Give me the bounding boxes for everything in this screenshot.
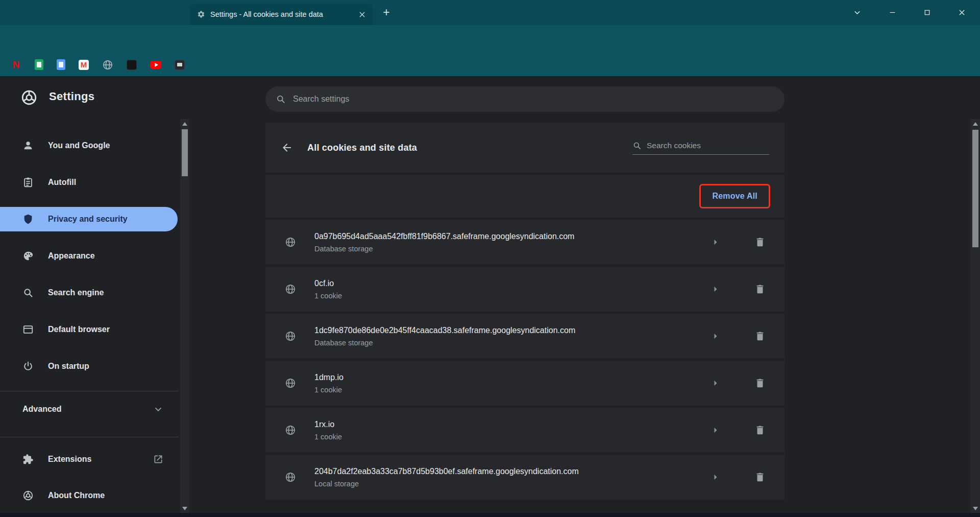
sidebar-item-label: Default browser: [48, 325, 110, 334]
site-name: 0a97b695d4ad5aaa542fbff81f9b6867.safefra…: [314, 232, 574, 241]
search-icon: [632, 141, 642, 150]
cookies-toolbar: All cookies and site data: [265, 123, 785, 173]
chevron-down-icon: [153, 404, 163, 414]
window-maximize-button[interactable]: [920, 5, 934, 19]
scrollbar-thumb[interactable]: [182, 129, 188, 176]
sidebar-main-items: You and Google Autofill Privacy and secu…: [0, 133, 179, 379]
delete-site-trash-icon[interactable]: [754, 331, 766, 342]
expand-row-chevron-icon[interactable]: [710, 331, 721, 341]
bookmark-web-globe[interactable]: [102, 59, 113, 70]
window-minimize-button[interactable]: [885, 5, 899, 19]
expand-row-chevron-icon[interactable]: [710, 284, 721, 294]
sidebar-item-default-browser[interactable]: Default browser: [0, 317, 178, 342]
expand-row-chevron-icon[interactable]: [710, 472, 721, 482]
search-icon: [22, 287, 34, 298]
bookmark-youtube[interactable]: [150, 61, 161, 69]
delete-site-trash-icon[interactable]: [754, 378, 766, 389]
cookie-site-row: 0a97b695d4ad5aaa542fbff81f9b6867.safefra…: [265, 220, 785, 265]
sidebar-item-label: Autofill: [48, 178, 76, 187]
browser-tab-settings[interactable]: Settings - All cookies and site data: [190, 4, 373, 25]
advanced-label: Advanced: [22, 405, 61, 414]
page-title: All cookies and site data: [307, 143, 417, 153]
scrollbar-down-arrow[interactable]: [180, 504, 189, 513]
window-close-button[interactable]: [954, 5, 969, 19]
expand-row-chevron-icon[interactable]: [710, 237, 721, 247]
tab-search-chevron-icon[interactable]: [850, 5, 864, 19]
sidebar-item-you-and-google[interactable]: You and Google: [0, 133, 178, 158]
delete-site-trash-icon[interactable]: [754, 425, 766, 436]
site-name: 0cf.io: [314, 279, 342, 288]
expand-row-chevron-icon[interactable]: [710, 378, 721, 388]
bookmarks-bar-items: NM: [0, 53, 980, 76]
site-storage-detail: Database storage: [314, 339, 575, 347]
globe-icon: [285, 472, 296, 483]
power-icon: [22, 361, 34, 372]
autofill-icon: [22, 177, 34, 188]
globe-icon: [285, 331, 296, 342]
settings-body: You and Google Autofill Privacy and secu…: [0, 119, 980, 513]
sidebar-item-label: On startup: [48, 362, 89, 371]
sidebar-divider: [0, 437, 179, 437]
bookmark-gmail[interactable]: M: [79, 60, 89, 70]
site-storage-detail: Local storage: [314, 480, 579, 488]
delete-site-trash-icon[interactable]: [754, 284, 766, 295]
remove-all-button[interactable]: Remove All: [702, 186, 768, 206]
sidebar-item-label: Privacy and security: [48, 215, 128, 224]
cookies-content: All cookies and site data Remove All 0a9…: [265, 123, 785, 500]
delete-site-trash-icon[interactable]: [754, 237, 766, 248]
sidebar-item-appearance[interactable]: Appearance: [0, 244, 178, 268]
expand-row-chevron-icon[interactable]: [710, 425, 721, 435]
person-icon: [22, 140, 34, 151]
delete-site-trash-icon[interactable]: [754, 472, 766, 483]
cookie-site-row: 204b7da2f2eab3a33ca7b87d5b93b0ef.safefra…: [265, 455, 785, 500]
sidebar-item-extensions[interactable]: Extensions: [0, 447, 178, 472]
settings-header: Settings: [0, 76, 980, 119]
window-bottom-edge: [0, 513, 980, 517]
new-tab-button[interactable]: +: [380, 6, 393, 19]
site-name: 1dc9fe870de86de0e2b45ff4caacad38.safefra…: [314, 326, 575, 335]
palette-icon: [22, 250, 34, 262]
scrollbar-down-arrow[interactable]: [970, 504, 980, 513]
external-link-icon: [153, 454, 163, 464]
sidebar-item-advanced[interactable]: Advanced: [0, 397, 179, 421]
bookmark-google-sheets[interactable]: [35, 59, 43, 70]
cookie-search-input[interactable]: [647, 141, 769, 150]
browser-icon: [22, 324, 34, 335]
site-storage-detail: 1 cookie: [314, 433, 342, 441]
browser-titlebar: Settings - All cookies and site data +: [0, 0, 980, 25]
cookie-site-row: 1dmp.io 1 cookie: [265, 361, 785, 406]
tab-close-icon[interactable]: [358, 10, 366, 19]
sidebar-item-privacy-and-security[interactable]: Privacy and security: [0, 207, 178, 231]
sidebar-item-about-chrome[interactable]: About Chrome: [0, 483, 178, 508]
remove-all-annotation-box: Remove All: [699, 184, 770, 208]
globe-icon: [285, 378, 296, 389]
cookie-site-row: 1rx.io 1 cookie: [265, 408, 785, 453]
sidebar-item-search-engine[interactable]: Search engine: [0, 280, 178, 305]
sidebar-item-label: Search engine: [48, 288, 104, 297]
sidebar-item-on-startup[interactable]: On startup: [0, 354, 178, 379]
site-name: 204b7da2f2eab3a33ca7b87d5b93b0ef.safefra…: [314, 467, 579, 476]
bookmark-dark-app[interactable]: [127, 60, 137, 70]
settings-search-box[interactable]: [265, 86, 785, 112]
settings-search-input[interactable]: [293, 95, 774, 104]
bookmark-retro-terminal[interactable]: [175, 60, 185, 70]
sidebar-scrollbar[interactable]: [180, 119, 189, 513]
window-scrollbar[interactable]: [970, 119, 980, 513]
cookie-site-row: 1dc9fe870de86de0e2b45ff4caacad38.safefra…: [265, 314, 785, 359]
globe-icon: [285, 425, 296, 436]
sidebar-item-autofill[interactable]: Autofill: [0, 170, 178, 195]
back-arrow-icon[interactable]: [281, 142, 293, 154]
bookmark-netflix[interactable]: N: [10, 59, 21, 70]
site-storage-detail: 1 cookie: [314, 386, 344, 394]
cookie-site-row: 0cf.io 1 cookie: [265, 267, 785, 312]
gear-icon: [197, 10, 205, 18]
scrollbar-thumb[interactable]: [972, 130, 978, 247]
settings-chrome-logo-icon: [20, 89, 38, 106]
search-icon: [276, 94, 286, 104]
cookie-search-box[interactable]: [632, 141, 769, 155]
scrollbar-up-arrow[interactable]: [180, 119, 189, 128]
sidebar-item-label: Appearance: [48, 251, 95, 261]
scrollbar-up-arrow[interactable]: [970, 119, 980, 128]
page-app-title: Settings: [49, 90, 94, 103]
bookmark-google-docs[interactable]: [57, 59, 65, 70]
